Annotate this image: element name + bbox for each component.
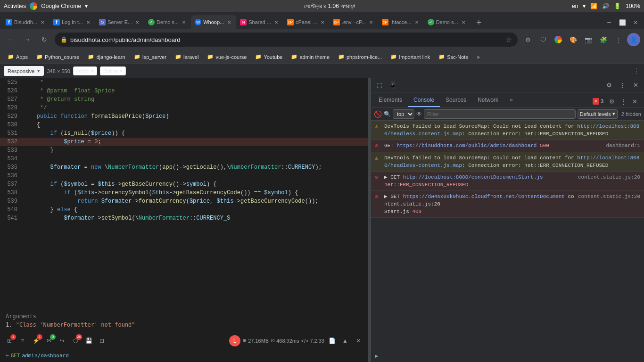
reload-button[interactable]: ↻ — [38, 33, 51, 46]
tab-close-6[interactable]: ✕ — [273, 19, 280, 25]
sourcemap-link-1[interactable]: http://localhost:8080/headless-content.j… — [384, 123, 639, 137]
tab-sources[interactable]: Sources — [440, 94, 472, 107]
tab-close-2[interactable]: ✕ — [85, 19, 91, 25]
tab-close-1[interactable]: ✕ — [39, 19, 46, 25]
instagram-icon[interactable]: 📷 — [582, 33, 595, 46]
tab-favicon-1: f — [6, 19, 12, 25]
bookmark-django[interactable]: 📁 django-learn — [84, 52, 129, 62]
tab-close-4[interactable]: ✕ — [181, 19, 187, 25]
console-input[interactable] — [381, 353, 640, 359]
tab-close-10[interactable]: ✕ — [460, 19, 467, 25]
devtools-inspect-icon[interactable]: ⬚ — [374, 80, 385, 91]
tab-more[interactable]: » — [504, 94, 519, 107]
devtools-settings-icon[interactable]: ⚙ — [603, 80, 615, 91]
code-area: 525 * 526 * @param float $price 527 * @r… — [0, 78, 368, 309]
console-levels-dropdown[interactable]: Default levels ▾ — [578, 109, 618, 119]
tab-close-9[interactable]: ✕ — [413, 19, 420, 25]
devtools-close-2-icon[interactable]: ✕ — [629, 96, 640, 107]
shield-icon[interactable]: 🛡 — [537, 33, 550, 46]
bookmark-admin-theme[interactable]: 📁 admin theme — [287, 52, 333, 62]
error-link-2[interactable]: http://localhost:8080/contentDocumentSta… — [403, 174, 543, 180]
sourcemap-link-2[interactable]: http://localhost:8080/headless-content.j… — [384, 155, 639, 168]
tab-server[interactable]: S Server E... ✕ — [95, 15, 144, 29]
tab-whoop[interactable]: W Whoop... ✕ — [191, 15, 236, 29]
tab-env[interactable]: cP .env - cP... ✕ — [330, 15, 378, 29]
file-icon[interactable]: 📄 — [326, 335, 338, 346]
close-button[interactable]: ✕ — [629, 16, 642, 29]
battery-icon: 🔋 — [614, 3, 621, 9]
tab-login[interactable]: f Log in t... ✕ — [50, 15, 95, 29]
activities-label[interactable]: Activities — [4, 3, 26, 9]
vuejs-folder-icon: 📁 — [207, 54, 214, 60]
console-messages: ⚠ DevTools failed to load SourceMap: Cou… — [371, 121, 644, 349]
more-options-dots[interactable]: ⋮ — [633, 66, 640, 75]
bookmark-star-icon[interactable]: ☆ — [506, 36, 512, 43]
chevron-up-icon[interactable]: ▲ — [339, 335, 351, 346]
devtools-more-icon[interactable]: ⋮ — [617, 80, 628, 91]
console-context-select[interactable]: top — [393, 109, 414, 119]
bookmark-apps[interactable]: 📁 Apps — [4, 52, 32, 62]
bookmark-ssc[interactable]: 📁 Ssc-Note — [435, 52, 472, 62]
extensions-icon[interactable]: 🧩 — [597, 33, 610, 46]
console-filter-icon[interactable]: 🔍 — [384, 111, 391, 117]
color-icon[interactable]: 🎨 — [567, 33, 580, 46]
responsive-dropdown[interactable]: ▾ — [37, 68, 40, 74]
bt-icon-1[interactable]: ⊞ 1 — [4, 335, 15, 346]
bt-icon-2[interactable]: ≡ — [17, 335, 28, 346]
bookmark-vuejs[interactable]: 📁 vue-js-course — [203, 52, 250, 62]
tab-close-8[interactable]: ✕ — [368, 19, 374, 25]
bookmark-phpstrom[interactable]: 📁 phpstrom-lice... — [334, 52, 386, 62]
tab-demo1[interactable]: ✓ Demo s... ✕ — [144, 15, 191, 29]
tab-close-5[interactable]: ✕ — [226, 19, 232, 25]
error-link-3[interactable]: https://dw4sx0xk0hu8c.cloudfront.net/con… — [403, 194, 565, 199]
bookmark-youtube[interactable]: 📁 Youtube — [251, 52, 286, 62]
bookmark-important[interactable]: 📁 Important link — [387, 52, 434, 62]
tab-demo2[interactable]: ✓ Demo s... ✕ — [424, 15, 471, 29]
bookmark-more[interactable]: » — [473, 52, 483, 62]
msg-source-1: dashboard:1 — [606, 142, 640, 149]
tab-htaccess[interactable]: cP .htacce... ✕ — [378, 15, 424, 29]
error-link-1[interactable]: https://bisuddhota.com/public/admin/dash… — [396, 143, 537, 148]
new-tab-button[interactable]: + — [472, 16, 486, 29]
tab-close-7[interactable]: ✕ — [319, 19, 326, 25]
tab-shared[interactable]: N Shared ... ✕ — [236, 15, 283, 29]
bt-icon-4[interactable]: ✉ 0 — [43, 335, 55, 346]
maximize-button[interactable]: ⬜ — [616, 16, 629, 29]
back-button[interactable]: ← — [4, 33, 17, 46]
warning-icon-2: ⚠ — [375, 155, 381, 162]
bookmark-python[interactable]: 📁 Python_course — [33, 52, 83, 62]
console-filter-input[interactable] — [424, 109, 576, 119]
close-debugbar-icon[interactable]: ✕ — [353, 335, 364, 346]
bt-icon-6[interactable]: ⬡ 20 — [70, 335, 81, 346]
tab-elements[interactable]: Elements — [373, 94, 408, 107]
bt-icon-7[interactable]: 💾 — [83, 335, 94, 346]
zoom-dropdown[interactable]: 100% ▾ — [73, 66, 97, 75]
code-line-530: 530 { — [0, 121, 368, 129]
tab-bisuddh[interactable]: f Bisuddh... ✕ — [2, 15, 50, 29]
devtools-device-icon[interactable]: 📱 — [387, 80, 398, 91]
tab-network[interactable]: Network — [472, 94, 504, 107]
tab-cpanel[interactable]: cP cPanel ... ✕ — [283, 15, 330, 29]
bookmark-isp[interactable]: 📁 Isp_server — [130, 52, 170, 62]
devtools-close-icon[interactable]: ✕ — [630, 80, 641, 91]
console-eye-icon[interactable]: 👁 — [416, 111, 422, 117]
minimize-button[interactable]: − — [603, 16, 616, 29]
bt-icon-8[interactable]: ⊡ — [96, 335, 107, 346]
console-toolbar: 🚫 🔍 top 👁 Default levels ▾ 2 hidden — [371, 107, 644, 121]
bt-icon-5[interactable]: ↪ — [57, 335, 68, 346]
online-dropdown[interactable]: Online ▾ — [100, 66, 126, 75]
tab-console[interactable]: Console — [408, 94, 440, 107]
forward-button[interactable]: → — [21, 33, 34, 46]
devtools-settings-2-icon[interactable]: ⚙ — [606, 96, 618, 107]
address-bar[interactable]: 🔒 bisuddhota.com/public/admin/dashboard … — [55, 33, 518, 47]
console-clear-icon[interactable]: 🚫 — [374, 110, 382, 118]
bt-icon-3[interactable]: ⚡ 1 — [30, 335, 41, 346]
user-avatar[interactable]: 👤 — [627, 33, 640, 46]
youtube-folder-icon: 📁 — [255, 54, 262, 60]
tab-close-3[interactable]: ✕ — [134, 19, 140, 25]
bookmark-laravel[interactable]: 📁 laravel — [171, 52, 202, 62]
devtools-kebab-icon[interactable]: ⋮ — [618, 96, 629, 107]
chrome-icon[interactable] — [552, 33, 565, 46]
settings-icon[interactable]: ⚙ — [521, 33, 535, 46]
more-icon[interactable]: ⋮ — [612, 33, 625, 46]
